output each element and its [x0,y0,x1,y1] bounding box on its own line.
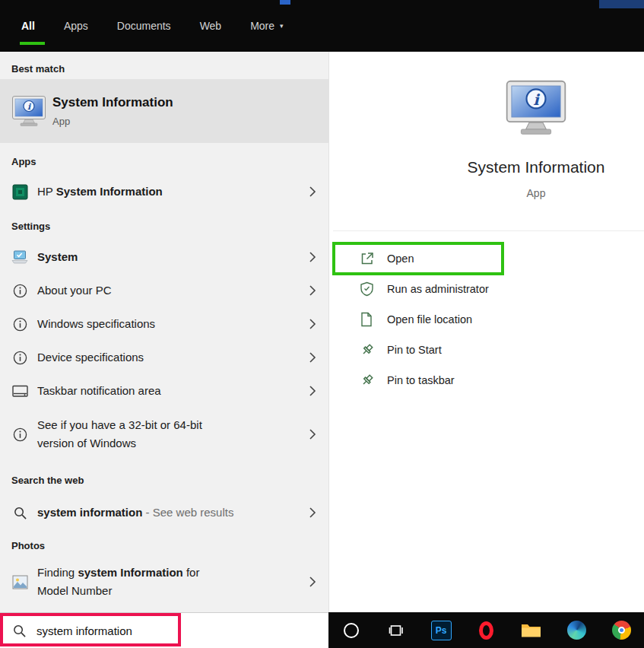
search-input[interactable] [36,624,287,637]
tab-documents-label: Documents [117,20,171,32]
action-label: Open [387,253,414,265]
file-explorer-icon[interactable] [519,615,544,646]
cortana-icon[interactable] [338,615,364,646]
tab-all[interactable]: All [21,20,35,32]
chevron-right-icon[interactable] [309,428,316,440]
chevron-right-icon[interactable] [309,351,316,364]
section-header-search-the-web: Search the web [0,474,328,487]
chevron-right-icon[interactable] [309,507,316,519]
tab-web[interactable]: Web [200,20,222,32]
action-label: Open file location [387,313,472,326]
chevron-right-icon[interactable] [309,251,316,263]
result-label: System [37,248,309,266]
tab-more[interactable]: More ▾ [250,20,283,32]
section-header-apps: Apps [0,155,328,168]
active-tab-underline [20,42,45,45]
chevron-right-icon[interactable] [309,576,316,588]
chevron-right-icon[interactable] [309,385,316,397]
divider [333,230,644,231]
result-device-specifications[interactable]: Device specifications [0,341,328,374]
section-header-settings: Settings [0,220,328,233]
search-icon [12,624,27,638]
tab-web-label: Web [200,20,222,32]
opera-icon[interactable] [473,615,499,646]
task-view-icon[interactable] [383,615,409,646]
chevron-down-icon: ▾ [280,22,284,30]
chevron-right-icon[interactable] [309,284,316,297]
action-pin-to-taskbar[interactable]: Pin to taskbar [329,365,644,395]
result-web-search[interactable]: system information - See web results [0,495,328,530]
action-pin-to-start[interactable]: Pin to Start [329,335,644,365]
best-match-subtitle: App [52,116,173,127]
action-run-as-administrator[interactable]: Run as administrator [329,274,644,304]
info-icon [11,317,28,332]
tab-apps[interactable]: Apps [64,20,88,32]
result-taskbar-notification-area[interactable]: Taskbar notification area [0,374,328,408]
tab-documents[interactable]: Documents [117,20,171,32]
action-label: Pin to taskbar [387,374,455,386]
system-information-app-icon-large: i [505,79,567,139]
open-icon [360,251,375,266]
best-match-title: System Information [52,95,173,110]
preview-panel: i System Information App Open [328,52,644,612]
file-location-icon [360,312,375,327]
taskbar-monitor-icon [11,385,28,398]
action-list: Open Run as administrator [329,243,644,395]
result-about-your-pc[interactable]: About your PC [0,274,328,307]
info-icon [11,351,28,365]
result-label: HP System Information [37,183,309,201]
pin-icon [360,373,375,388]
best-match-result[interactable]: i System Information App [0,79,328,143]
taskbar: Ps [328,612,644,648]
best-match-text: System Information App [52,95,173,127]
edge-icon[interactable] [563,615,589,646]
result-system[interactable]: System [0,240,328,274]
result-label: Windows specifications [37,315,309,333]
action-label: Pin to Start [387,344,442,356]
result-photos[interactable]: Finding system Information for Model Num… [0,558,328,605]
result-windows-specifications[interactable]: Windows specifications [0,307,328,341]
search-box[interactable] [0,612,328,648]
hp-system-information-icon [11,184,28,200]
background-window-fragment [280,0,290,5]
shield-icon [360,281,375,297]
result-label: About your PC [37,281,309,300]
section-header-photos: Photos [0,539,328,552]
result-hp-system-information[interactable]: HP System Information [0,174,328,209]
search-results-panel: Best match i System [0,52,328,612]
info-icon [11,427,28,442]
chrome-icon[interactable] [608,615,634,646]
background-window-fragment [599,0,644,8]
result-label: Taskbar notification area [37,382,309,400]
result-label: See if you have a 32-bit or 64-bit versi… [37,416,309,453]
app-subtitle: App [329,187,644,199]
result-label: Device specifications [37,348,309,367]
tab-more-label: More [250,20,274,32]
photoshop-label: Ps [436,625,447,636]
chevron-right-icon[interactable] [309,318,316,330]
action-open-file-location[interactable]: Open file location [329,304,644,335]
photo-thumbnail-icon [11,575,28,589]
pin-icon [360,342,375,357]
chevron-right-icon[interactable] [309,186,316,198]
app-title: System Information [329,158,644,176]
section-header-best-match: Best match [0,62,328,76]
photoshop-icon[interactable]: Ps [428,615,454,646]
search-filter-tabs: All Apps Documents Web More ▾ [0,0,644,52]
tab-all-label: All [21,20,35,32]
system-information-app-icon: i [11,95,46,127]
search-icon [11,506,28,520]
action-open[interactable]: Open [329,243,644,274]
action-label: Run as administrator [387,283,489,295]
result-label: system information - See web results [37,503,309,522]
system-settings-icon [11,250,28,265]
tab-apps-label: Apps [64,20,88,32]
result-32bit-64bit[interactable]: See if you have a 32-bit or 64-bit versi… [0,408,328,461]
info-icon [11,284,28,298]
result-label: Finding system Information for Model Num… [37,564,309,600]
windows-search-flyout: All Apps Documents Web More ▾ Best match [0,0,644,648]
